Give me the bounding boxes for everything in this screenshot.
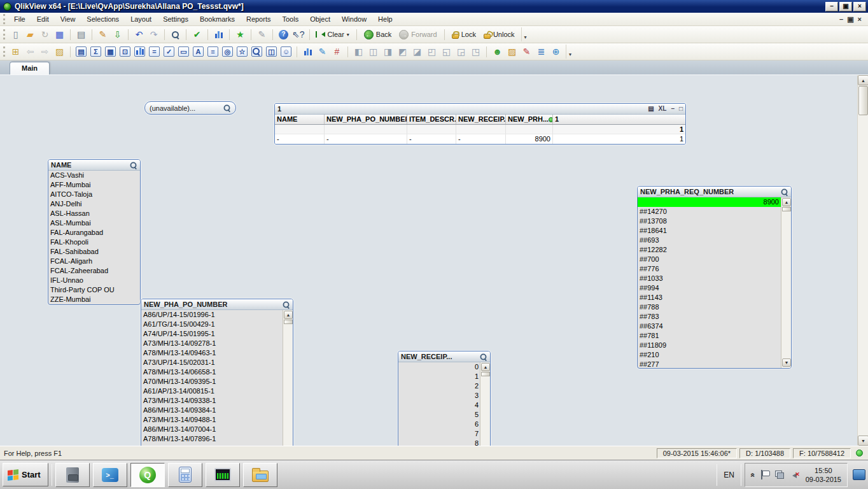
list-item[interactable]: 5 [398, 410, 480, 420]
taskbar-item-calculator[interactable] [168, 463, 202, 487]
menu-item[interactable]: View [55, 14, 81, 24]
column-header[interactable]: NEW_PHA_PO_NUMBER△ [325, 115, 407, 124]
minimize-button[interactable]: – [825, 2, 838, 11]
menu-item[interactable]: Window [336, 14, 372, 24]
space-horizontal-icon[interactable]: ◲ [454, 45, 468, 59]
list-item[interactable]: ASL-Mumbai [48, 218, 140, 228]
align-center-icon[interactable]: ◫ [366, 45, 381, 59]
list-item[interactable]: ##700 [638, 255, 781, 264]
list-item[interactable]: A73/MH/13-14/09488-1 [141, 415, 283, 425]
mdi-close-button[interactable]: × [858, 15, 862, 24]
help-icon[interactable]: ? [276, 27, 291, 42]
scroll-thumb[interactable] [481, 372, 490, 376]
list-item[interactable]: ##1033 [638, 274, 781, 283]
list-item[interactable]: ##18641 [638, 226, 781, 236]
edit-document-icon[interactable]: ✎ [95, 27, 110, 42]
create-gauge-icon[interactable]: = [147, 45, 162, 59]
open-file-icon[interactable]: ▰ [23, 27, 38, 42]
create-statistics-box-icon[interactable]: Σ [88, 45, 103, 59]
list-item[interactable]: ##1143 [638, 293, 781, 302]
list-item[interactable]: A73/MH/13-14/09338-1 [141, 396, 283, 406]
scrollbar[interactable]: ▲ [283, 310, 293, 446]
menu-item[interactable]: Selections [81, 14, 125, 24]
search-icon[interactable] [130, 161, 137, 169]
list-item[interactable]: AITCO-Taloja [48, 190, 140, 199]
clear-button[interactable]: Clear▾ [313, 27, 353, 42]
menu-item[interactable]: Tools [276, 14, 304, 24]
redo-icon[interactable]: ↷ [146, 27, 161, 42]
list-item[interactable]: A78/MH/13-14/07896-1 [141, 434, 283, 444]
scroll-up-icon[interactable]: ▲ [481, 363, 490, 371]
create-container-icon[interactable]: ◫ [264, 45, 279, 59]
table-box-caption[interactable]: 1 ▤XL–□ [275, 104, 685, 115]
list-item[interactable]: A86/MH/13-14/07004-1 [141, 425, 283, 434]
list-item[interactable]: 7 [398, 429, 480, 439]
tray-clock[interactable]: 15:50 09-03-2015 [806, 466, 841, 484]
undo-icon[interactable]: ↶ [132, 27, 146, 42]
excel-export-icon[interactable]: XL [659, 106, 667, 112]
show-desktop-button[interactable] [853, 469, 865, 480]
listbox-caption[interactable]: NAME [48, 160, 140, 171]
list-item[interactable]: A74/UP/14-15/01995-1 [141, 329, 283, 339]
create-bookmark-object-icon[interactable]: ☆ [235, 45, 249, 59]
list-item[interactable]: FAL-Khopoli [48, 237, 140, 247]
menu-item[interactable]: Reports [241, 14, 277, 24]
create-chart-icon[interactable] [132, 45, 147, 59]
list-item[interactable]: 1 [398, 372, 480, 381]
list-item[interactable]: A78/MH/13-14/06658-1 [141, 367, 283, 377]
list-item[interactable]: 3 [398, 391, 480, 400]
save-icon[interactable]: ▦ [52, 27, 67, 42]
scroll-up-icon[interactable]: ▲ [284, 311, 293, 319]
add-sheet-icon[interactable]: ⊞ [8, 45, 23, 59]
list-item[interactable]: 6 [398, 420, 480, 429]
list-item[interactable]: ACS-Vashi [48, 171, 140, 180]
menu-item[interactable]: Edit [31, 14, 55, 24]
scroll-thumb[interactable] [858, 86, 868, 115]
create-table-box-icon[interactable]: ▦ [103, 45, 118, 59]
column-header[interactable]: ITEM_DESCR... [407, 115, 456, 124]
create-custom-object-icon[interactable]: ◎ [220, 45, 235, 59]
search-icon[interactable] [781, 188, 788, 195]
list-item[interactable]: A70/MH/13-14/09395-1 [141, 377, 283, 386]
list-item[interactable]: ##14270 [638, 207, 781, 216]
create-slider-icon[interactable]: ≡ [206, 45, 220, 59]
search-icon[interactable] [283, 301, 290, 308]
create-text-object-icon[interactable]: A [191, 45, 206, 59]
create-input-box-icon[interactable]: ⊡ [118, 45, 132, 59]
menu-item[interactable]: Object [304, 14, 336, 24]
distribute-vertical-icon[interactable]: ◱ [439, 45, 454, 59]
column-header[interactable]: NEW_PRH... [506, 115, 553, 124]
list-item[interactable]: ##277 [638, 360, 781, 368]
menu-item[interactable]: Settings [157, 14, 194, 24]
list-item[interactable]: IFL-Unnao [48, 276, 140, 285]
print-object-icon[interactable]: ▤ [648, 106, 654, 112]
reload-icon[interactable]: ↻ [38, 27, 52, 42]
print-icon[interactable]: ▤ [74, 27, 88, 42]
create-extension-icon[interactable]: ☺ [279, 45, 293, 59]
list-item[interactable]: ##13708 [638, 216, 781, 226]
whats-this-icon[interactable]: ⇖? [291, 27, 306, 42]
list-item[interactable]: ##12282 [638, 245, 781, 255]
listbox-caption[interactable]: NEW_PRHA_REQ_NUMBER [638, 187, 791, 197]
network-icon[interactable] [775, 471, 784, 479]
search-icon[interactable] [480, 353, 487, 360]
taskbar-item-file-explorer[interactable] [243, 463, 277, 487]
show-hidden-icons-chevron[interactable]: « [748, 472, 757, 477]
align-top-icon[interactable]: ◩ [395, 45, 410, 59]
selected-list-item[interactable]: 8900 [638, 197, 781, 207]
previous-sheet-icon[interactable]: ⇦ [23, 45, 38, 59]
notes-icon[interactable]: ✎ [255, 27, 269, 42]
minimize-object-icon[interactable]: – [671, 106, 675, 112]
export-icon[interactable]: ⇩ [110, 27, 125, 42]
table-viewer-icon[interactable]: ≣ [534, 45, 549, 59]
list-item[interactable]: 2 [398, 381, 480, 391]
language-indicator[interactable]: EN [720, 471, 738, 479]
design-grid-icon[interactable]: # [330, 45, 344, 59]
list-item[interactable]: ##783 [638, 312, 781, 322]
list-item[interactable]: A73/UP/14-15/02031-1 [141, 358, 283, 367]
list-item[interactable]: A73/MH/13-14/09278-1 [141, 339, 283, 348]
maximize-object-icon[interactable]: □ [679, 106, 683, 112]
scrollbar[interactable]: ▲ [480, 362, 490, 446]
back-button[interactable]: ←Back [360, 27, 395, 42]
align-right-icon[interactable]: ◨ [381, 45, 395, 59]
